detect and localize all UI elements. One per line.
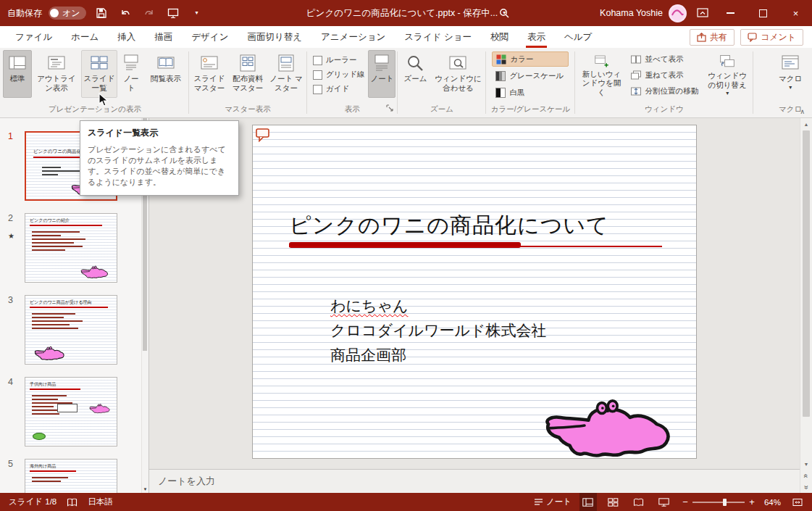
account-button[interactable]: Kohama Yoshie [600, 4, 687, 22]
redo-button[interactable] [141, 4, 158, 22]
next-slide-button[interactable]: « [800, 481, 812, 493]
ruler-checkbox[interactable]: ルーラー [313, 55, 364, 65]
tab-transitions[interactable]: 画面切り替え [238, 26, 311, 48]
slide-sorter-button[interactable]: スライド一覧 [81, 50, 117, 98]
statusbar-reading-view-button[interactable] [630, 493, 648, 511]
slide-editor[interactable]: ピンクのワニの商品化について わにちゃん クロコダイルワールド株式会社 商品企画… [252, 125, 697, 459]
save-button[interactable] [93, 4, 110, 22]
slide-thumbnail-4[interactable]: 子供向け商品 [25, 377, 117, 446]
outline-view-button[interactable]: アウトライン表示 [33, 50, 80, 98]
slide-thumbnail-2[interactable]: ピンクのワニの紹介 [25, 213, 117, 283]
tab-view[interactable]: 表示 [518, 26, 555, 48]
statusbar-notes-button[interactable]: ノート [534, 497, 572, 507]
black-white-button[interactable]: 白黒 [492, 85, 569, 100]
maximize-icon [759, 9, 767, 17]
toggle-knob [50, 9, 59, 17]
slide-master-button[interactable]: スライド マスター [191, 50, 228, 98]
cascade-button[interactable]: 重ねて表示 [627, 67, 702, 83]
reading-view-button[interactable]: 閲覧表示 [145, 50, 187, 98]
document-title[interactable]: ピンクのワニの商品化について.pptx - 保存中... ▾ [306, 7, 506, 20]
slide-number: 4 [8, 377, 25, 387]
share-button[interactable]: 共有 [690, 29, 734, 46]
spellcheck-icon [67, 498, 78, 507]
collapse-ribbon-button[interactable]: ∧ [797, 107, 808, 117]
normal-view-button[interactable]: 標準 [3, 50, 32, 98]
tab-animations[interactable]: アニメーション [311, 26, 395, 48]
tab-design[interactable]: デザイン [182, 26, 238, 48]
reading-view-icon [156, 54, 175, 72]
tab-file[interactable]: ファイル [6, 26, 62, 48]
slide-number: 2 [8, 213, 25, 223]
fit-to-window-button[interactable]: ウィンドウに合わせる [432, 50, 484, 98]
crocodile-image[interactable] [540, 391, 679, 460]
autosave-toggle[interactable]: オン [49, 7, 86, 20]
minimize-button[interactable] [714, 0, 747, 26]
statusbar-slide-sorter-button[interactable] [605, 493, 622, 511]
tab-slideshow[interactable]: スライド ショー [395, 26, 481, 48]
scrollbar-track[interactable] [800, 130, 812, 458]
slide-thumbnail-5[interactable]: 海外向け商品 [25, 459, 117, 493]
zoom-slider[interactable] [692, 502, 745, 503]
maximize-button[interactable] [747, 0, 779, 26]
grayscale-button[interactable]: グレースケール [492, 68, 569, 83]
comments-button[interactable]: コメント [740, 29, 803, 46]
autosave-label: 自動保存 [7, 7, 42, 20]
undo-button[interactable] [117, 4, 134, 22]
green-shape [33, 433, 46, 440]
switch-windows-button[interactable]: ウィンドウの切り替え ▾ [703, 50, 751, 98]
gridlines-checkbox[interactable]: グリッド線 [313, 70, 364, 80]
reading-view-icon [633, 498, 644, 507]
zoom-slider-thumb[interactable] [723, 499, 727, 506]
tab-home[interactable]: ホーム [62, 26, 108, 48]
zoom-in-button[interactable]: + [748, 497, 756, 507]
scroll-down-arrow-icon[interactable]: ▼ [800, 458, 812, 470]
tab-help[interactable]: ヘルプ [555, 26, 601, 48]
spellcheck-status-button[interactable] [67, 498, 78, 507]
show-dialog-launcher-icon[interactable] [386, 101, 393, 115]
handout-master-button[interactable]: 配布資料 マスター [229, 50, 267, 98]
statusbar-slideshow-button[interactable] [656, 493, 673, 511]
tab-insert[interactable]: 挿入 [108, 26, 145, 48]
zoom-out-button[interactable]: − [681, 497, 690, 507]
notes-toggle-button[interactable]: ノート [368, 50, 395, 98]
notes-input[interactable]: ノートを入力 [158, 475, 215, 488]
vertical-scrollbar[interactable]: ▲ ▼ « « [800, 118, 812, 493]
zoom-button[interactable]: ズーム [399, 50, 431, 98]
new-window-button[interactable]: 新しいウィンドウを開く [577, 50, 626, 98]
arrange-all-button[interactable]: 並べて表示 [627, 51, 702, 67]
scroll-down-arrow-icon[interactable]: ▼ [142, 487, 148, 491]
notes-page-view-button[interactable]: ノート [118, 50, 144, 98]
language-button[interactable]: 日本語 [88, 497, 113, 507]
slide-number: 1 [8, 131, 25, 141]
slide-body-text[interactable]: わにちゃん クロコダイルワールド株式会社 商品企画部 [330, 294, 546, 367]
tab-review[interactable]: 校閲 [481, 26, 518, 48]
slide-thumbnail-3[interactable]: ピンクのワニ商品が受ける理由 [25, 295, 117, 365]
close-button[interactable]: × [779, 0, 812, 26]
user-name: Kohama Yoshie [600, 8, 663, 18]
slideshow-icon [658, 498, 669, 507]
arrange-all-icon [631, 54, 641, 65]
slide-sorter-icon [608, 498, 619, 507]
thumbnail-content [32, 311, 86, 331]
ribbon-group-color-grayscale: カラー グレースケール 白黒 [487, 48, 573, 117]
slide-title-text[interactable]: ピンクのワニの商品化について [289, 211, 609, 241]
color-button[interactable]: カラー [492, 51, 569, 67]
macros-button[interactable]: マクロ ▾ [774, 50, 807, 98]
move-split-button[interactable]: 分割位置の移動 [627, 83, 702, 99]
qat-customize-chevron[interactable]: ▾ [188, 4, 206, 22]
start-slideshow-button[interactable] [164, 4, 182, 22]
statusbar-normal-view-button[interactable] [579, 493, 597, 511]
tab-draw[interactable]: 描画 [145, 26, 182, 48]
previous-slide-button[interactable]: « [800, 470, 812, 481]
fit-slide-to-window-button[interactable] [789, 493, 806, 511]
zoom-level[interactable]: 64% [764, 498, 781, 507]
scrollbar-thumb[interactable] [803, 130, 810, 417]
slide-counter[interactable]: スライド 1/8 [9, 497, 56, 507]
comments-label: コメント [761, 31, 796, 43]
ribbon-display-options-button[interactable] [694, 4, 711, 22]
notes-master-button[interactable]: ノート マスター [267, 50, 305, 98]
scroll-up-arrow-icon[interactable]: ▲ [800, 118, 812, 130]
slide-sorter-tooltip: スライド一覧表示 プレゼンテーションに含まれるすべてのスライドのサムネイルを表示… [80, 120, 239, 196]
comment-indicator-icon[interactable] [256, 128, 271, 145]
guides-checkbox[interactable]: ガイド [313, 84, 364, 94]
